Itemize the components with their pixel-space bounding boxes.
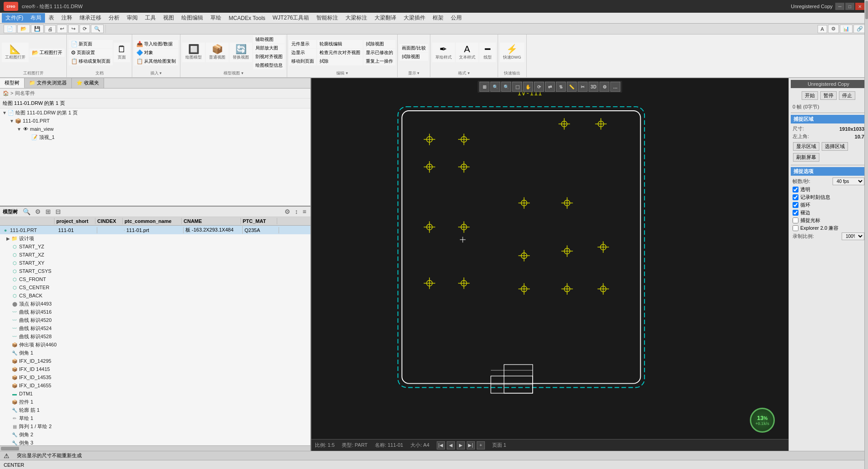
refresh-screen-btn[interactable]: 刷新屏幕 [793,153,819,162]
drawing-area[interactable]: ⊞ 🔍 🔍 ⬚ ✋ ⟳ ⇄ ⇅ 📏 ✂ 3D ⚙ … IV-III [311,78,788,451]
loop-check[interactable] [793,202,798,208]
menu-beam-dim[interactable]: 大梁标注 [342,13,371,23]
tree-row-top-1[interactable]: 📝 顶视_1 [0,133,310,141]
page-setup-btn[interactable]: ⚙页面设置 [69,49,113,57]
tree-more-btn[interactable]: ≡ [301,207,308,216]
menu-mcadex[interactable]: MCADEx Tools [225,14,269,22]
tree-settings-btn[interactable]: ⚙ [283,207,292,216]
quick-dwg-btn[interactable]: ⚡ 快速DWG [500,43,524,62]
menu-review[interactable]: 审阅 [123,13,141,23]
menu-inherit[interactable]: 继承迁移 [76,13,105,23]
tree-row-curve-4520[interactable]: 〰 曲线 标识4520 [0,316,310,324]
section-view-btn[interactable]: 剖视对齐视图 [253,53,285,61]
draw-flip-v-btn[interactable]: ⇅ [556,82,566,92]
page-add-btn[interactable]: + [477,441,485,449]
tree-collapse-all-btn[interactable]: ⊟ [54,207,62,216]
quick-open-btn[interactable]: 📂 [17,25,30,33]
new-page-btn[interactable]: 📄新页面 [69,40,113,48]
tree-row-vertex-4493[interactable]: ⬤ 顶点 标识4493 [0,300,310,308]
menu-layout[interactable]: 布局 [27,13,45,23]
tree-row-design[interactable]: ▶ 📁 设计项 [0,234,310,242]
transparent-check[interactable] [793,187,798,193]
tree-row-main-view[interactable]: ▼ 👁 main_view [0,125,310,133]
draw-settings-btn[interactable]: ⚙ [599,82,609,92]
check-element-btn[interactable]: 检查元件次对齐视图 [317,49,363,57]
tree-row-chamfer-3[interactable]: 🔧 倒角 3 [0,439,310,445]
tree-row-curve-4516[interactable]: 〰 曲线 标识4516 [0,308,310,316]
sys-btn-2[interactable]: ⚙ [828,25,839,33]
draw-more-btn[interactable]: … [610,82,620,92]
tree-row-cs-center[interactable]: ⬡ CS_CENTER [0,283,310,291]
fps-select[interactable]: 40 fps 30 fps 25 fps 15 fps [833,178,864,185]
tree-row-ifx-14655[interactable]: 📦 IFX_ID_14655 [0,381,310,390]
menu-smart-dim[interactable]: 智能标注 [313,13,342,23]
import-drawing-btn[interactable]: 📥导入绘图/数据 [134,40,178,48]
fade-edge-check[interactable] [793,210,798,216]
menu-tools[interactable]: 工具 [141,13,160,23]
page-prev-btn[interactable]: ◀ [447,441,455,449]
tree-row-chamfer-1[interactable]: 🔧 倒角 1 [0,349,310,357]
menu-file[interactable]: 文件(F) [2,13,27,23]
quick-save-btn[interactable]: 💾 [31,25,44,33]
sketch-style-btn[interactable]: ✒ 草绘样式 [432,43,455,62]
quick-print-btn[interactable]: 🖨 [45,25,56,33]
tree-row-chamfer-2[interactable]: 🔧 倒角 2 [0,430,310,439]
breadcrumb-home[interactable]: 🏠 [3,90,9,96]
menu-view[interactable]: 视图 [160,13,178,23]
tree-row-ifx-14415[interactable]: 📦 IFX_ID 14415 [0,365,310,373]
menu-table[interactable]: 表 [45,13,58,23]
drawing-model-info-btn[interactable]: 绘图模型信息 [253,61,285,69]
tree-row-ifx-14295[interactable]: 📦 IFX_ID_14295 [0,357,310,365]
engineering-drawing-open-btn[interactable]: 📐 工程图打开 [2,43,29,62]
erase-view-btn[interactable]: 拭除视图 [364,40,395,48]
quick-undo-btn[interactable]: ↩ [57,25,67,33]
draw-measure-btn[interactable]: 📏 [567,82,577,92]
close-button[interactable]: ✕ [855,3,864,10]
tree-scrollbar[interactable] [0,445,310,451]
tree-expand-drawing[interactable]: ▼ [2,110,7,115]
tree-filter-btn[interactable]: 🔍 [21,207,32,216]
quick-zoom-btn[interactable]: 🔍 [91,25,104,33]
replace-view-btn[interactable]: 🔄 替换视图 [229,43,252,62]
right-panel-scrollbar[interactable] [864,78,868,451]
repeat-last-btn[interactable]: 重复上一操作 [364,57,395,65]
tree-row-start-csys[interactable]: ⬡ START_CSYS [0,267,310,275]
tree-row-cs-front[interactable]: ⬡ CS_FRONT [0,275,310,283]
tree-row-start-xy[interactable]: ⬡ START_XY [0,259,310,267]
page-last-btn[interactable]: ▶| [467,441,475,449]
sys-btn-1[interactable]: A [818,25,827,33]
move-copy-page-btn[interactable]: 📋移动或复制页面 [69,57,113,65]
tree-expand-all-btn[interactable]: ⊞ [44,207,52,216]
record-time-check[interactable] [793,194,798,200]
normal-view-btn[interactable]: 📦 普通视图 [206,43,229,62]
tab-folder-browser[interactable]: 📁 文件夹浏览器 [25,78,72,88]
page-next-btn[interactable]: ▶ [457,441,465,449]
select-region-btn[interactable]: 选择区域 [822,142,848,151]
minimize-button[interactable]: ─ [835,3,844,10]
erase-view2-btn[interactable]: 拭除视图 [399,53,428,61]
tree-row-control-1[interactable]: 📦 控件 1 [0,398,310,406]
tree-row-curve-4528[interactable]: 〰 曲线 标识4528 [0,332,310,341]
tree-row-cs-back[interactable]: ⬡ CS_BACK [0,291,310,300]
sys-btn-3[interactable]: 📊 [840,25,853,33]
tree-columns-btn[interactable]: ⚙ [34,207,42,216]
draw-zoom-fit-btn[interactable]: ⊞ [479,82,489,92]
tree-row-drawing[interactable]: ▼ 📄 绘图 111-01.DRW 的第 1 页 [0,109,310,117]
menu-frame[interactable]: 框架 [429,13,447,23]
scale-select[interactable]: 100% 75% 50% [842,232,864,240]
display-region-btn[interactable]: 显示区域 [793,142,819,151]
object-btn[interactable]: 🔷对象 [134,49,178,57]
draw-zoom-rect-btn[interactable]: ⬚ [512,82,522,92]
text-style-btn[interactable]: A 文本样式 [456,43,479,62]
menu-drawing-edit[interactable]: 绘图编辑 [178,13,207,23]
draw-zoom-in-btn[interactable]: 🔍 [490,82,500,92]
pause-capture-btn[interactable]: 暂停 [820,91,837,100]
tree-row-pattern-1[interactable]: ▦ 阵列 1 / 草绘 2 [0,422,310,430]
tree-row-rib-1[interactable]: 🔧 轮廓 筋 1 [0,406,310,414]
eng-draw-open-btn[interactable]: 📂工程图打开 [30,49,65,57]
draw-pan-btn[interactable]: ✋ [523,82,533,92]
show-modified-btn[interactable]: 显示已修改的 [364,49,395,57]
tree-row-sketch-1[interactable]: ✏ 草绘 1 [0,414,310,422]
tab-favorites[interactable]: ⭐ 收藏夹 [72,78,104,88]
draw-3d-btn[interactable]: 3D [589,82,599,92]
